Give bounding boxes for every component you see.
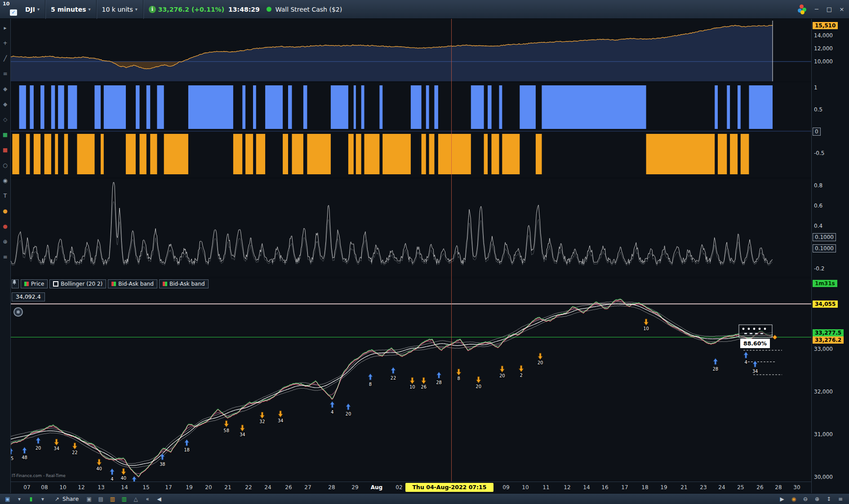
symbol-dropdown[interactable]: DJI ▾ <box>20 0 45 18</box>
trade-marker[interactable]: 28 <box>436 372 442 385</box>
rewind-button[interactable]: « <box>143 495 151 503</box>
legend-bollinger-label: Bollinger (20 2) <box>61 281 102 287</box>
trade-marker[interactable]: 20 <box>499 366 505 378</box>
brush-tool-icon[interactable]: ● <box>1 222 10 231</box>
trade-marker[interactable]: 22 <box>72 443 78 455</box>
sell-arrow-icon <box>410 377 414 384</box>
play-button[interactable]: ▶ <box>778 495 786 503</box>
height-adjust-button[interactable]: ↕ <box>825 495 833 503</box>
trade-marker[interactable]: 48 <box>22 447 27 460</box>
price-scale-column[interactable]: 15,51014,00012,00010,00010.50-0.50.80.60… <box>811 19 849 493</box>
legend-price-label: Price <box>31 281 44 287</box>
legend-bidask-2[interactable]: Bid-Ask band <box>159 279 209 288</box>
trade-marker[interactable]: 4 <box>110 469 114 482</box>
chart-style-button[interactable]: ▣ <box>4 495 12 503</box>
indicator-caret[interactable]: ▾ <box>39 495 47 503</box>
trade-marker[interactable]: 34 <box>240 425 245 437</box>
crosshair-tool-icon[interactable]: + <box>1 39 10 48</box>
brand-pinwheel-icon[interactable] <box>797 4 807 14</box>
pencil-tool-icon[interactable]: ● <box>1 207 10 216</box>
trade-marker[interactable]: 40 <box>96 459 102 471</box>
trade-marker[interactable]: 20 <box>346 403 351 416</box>
trade-marker[interactable]: 40 <box>120 469 126 481</box>
confirm-check-icon[interactable]: ✓ <box>10 9 17 16</box>
trade-marker[interactable]: 32 <box>259 412 265 424</box>
titlebar: 10 ✓ DJI ▾ 5 minutes ▾ 10 k units ▾ i 33… <box>0 0 849 19</box>
chart-style-caret[interactable]: ▾ <box>15 495 23 503</box>
trade-marker[interactable]: 10 <box>409 377 415 389</box>
minimize-button[interactable]: ─ <box>811 5 822 13</box>
oscillator-panel[interactable] <box>11 179 811 277</box>
price-chart-panel[interactable]: Price Bollinger (20 2) Bid-Ask band Bid-… <box>11 279 811 482</box>
share-button[interactable]: Share <box>62 495 79 502</box>
cursor-tool-icon[interactable]: ▸ <box>1 23 10 32</box>
record-button[interactable]: ◉ <box>790 495 798 503</box>
screenshot-button[interactable]: ▣ <box>85 495 93 503</box>
volume-chart-button[interactable]: ▥ <box>108 495 116 503</box>
date-tick-label: 26 <box>756 484 763 491</box>
trade-marker[interactable]: 22 <box>391 367 396 380</box>
trade-marker[interactable]: 10 <box>131 476 137 482</box>
oscillator-value-badge: 0.1000 <box>813 233 836 241</box>
trade-marker[interactable]: 20 <box>476 377 481 389</box>
indicator-button[interactable]: ▮ <box>27 495 35 503</box>
trade-count-label: 38 <box>160 462 165 467</box>
target-tool-icon[interactable]: ◉ <box>1 176 10 185</box>
alarm-level-value[interactable]: 34,092.4 <box>12 292 45 301</box>
trade-marker[interactable]: 20 <box>538 353 543 365</box>
share-arrow-icon[interactable]: ↗ <box>53 495 61 503</box>
step-back-button[interactable]: ◀ <box>155 495 163 503</box>
backtest-button[interactable]: △ <box>132 495 140 503</box>
candle-chart-button[interactable]: ▥ <box>120 495 128 503</box>
trade-marker[interactable]: 58 <box>223 421 229 433</box>
legend-price[interactable]: Price <box>21 279 48 288</box>
timeframe-dropdown[interactable]: 5 minutes ▾ <box>45 0 96 18</box>
close-button[interactable]: × <box>836 5 847 13</box>
fibonacci-tool-icon[interactable]: ≡ <box>1 69 10 78</box>
diamond-tool-icon-2[interactable]: ◆ <box>1 100 10 109</box>
scale-tick-label: 32,000 <box>814 388 833 395</box>
alarm-bell-button[interactable] <box>12 279 19 288</box>
buy-arrow-icon <box>160 454 164 460</box>
trade-count-label: 26 <box>421 385 427 389</box>
grid-menu-button[interactable]: ≡ <box>836 495 845 503</box>
trade-marker[interactable]: 34 <box>752 361 758 374</box>
trade-marker[interactable]: 20 <box>36 438 41 451</box>
units-dropdown[interactable]: 10 k units ▾ <box>97 0 143 18</box>
zoom-tool-icon[interactable]: ⊕ <box>1 237 10 246</box>
legend-bidask-1[interactable]: Bid-Ask band <box>108 279 157 288</box>
provider-watermark: IT-Finance.com - Real-Time <box>12 473 66 478</box>
trade-marker[interactable]: 10 <box>643 319 649 331</box>
trade-marker[interactable]: 26 <box>421 377 427 389</box>
trade-marker[interactable]: 8 <box>457 369 461 381</box>
zoom-in-button[interactable]: ⊕ <box>813 495 821 503</box>
circle-tool-icon[interactable]: ○ <box>1 161 10 170</box>
trade-marker[interactable]: 18 <box>184 439 190 452</box>
time-axis[interactable]: Thu 04-Aug-2022 07:15 070810121314151719… <box>11 482 811 494</box>
trade-marker[interactable]: 34 <box>53 439 59 451</box>
diamond-tool-icon[interactable]: ◆ <box>1 84 10 93</box>
trade-marker[interactable]: 28 <box>713 358 719 371</box>
signal-indicator-panel[interactable] <box>11 83 811 177</box>
trade-marker[interactable]: 8 <box>368 374 373 387</box>
target-level-icon[interactable] <box>13 307 23 317</box>
notes-button[interactable]: ▤ <box>97 495 105 503</box>
menu-tool-icon[interactable]: ≡ <box>1 252 10 261</box>
maximize-button[interactable]: □ <box>824 5 835 13</box>
info-icon[interactable]: i <box>149 6 156 13</box>
trade-marker[interactable]: 4 <box>744 352 748 365</box>
trade-marker[interactable]: 15 <box>11 448 13 461</box>
trade-marker[interactable]: 34 <box>278 411 284 423</box>
trade-marker[interactable]: 4 <box>330 402 334 415</box>
green-chart-tool-icon[interactable]: ■ <box>1 130 10 139</box>
trade-marker[interactable]: 2 <box>519 366 524 378</box>
diamond-tool-icon-3[interactable]: ◇ <box>1 115 10 124</box>
zoom-out-button[interactable]: ⊖ <box>801 495 809 503</box>
sell-arrow-icon <box>500 366 504 372</box>
overview-panel[interactable] <box>11 19 811 81</box>
red-chart-tool-icon[interactable]: ■ <box>1 146 10 155</box>
trendline-tool-icon[interactable]: ╱ <box>1 54 10 63</box>
text-tool-icon[interactable]: T <box>1 191 10 200</box>
legend-bollinger[interactable]: Bollinger (20 2) <box>49 279 106 288</box>
sell-arrow-icon <box>72 443 77 449</box>
